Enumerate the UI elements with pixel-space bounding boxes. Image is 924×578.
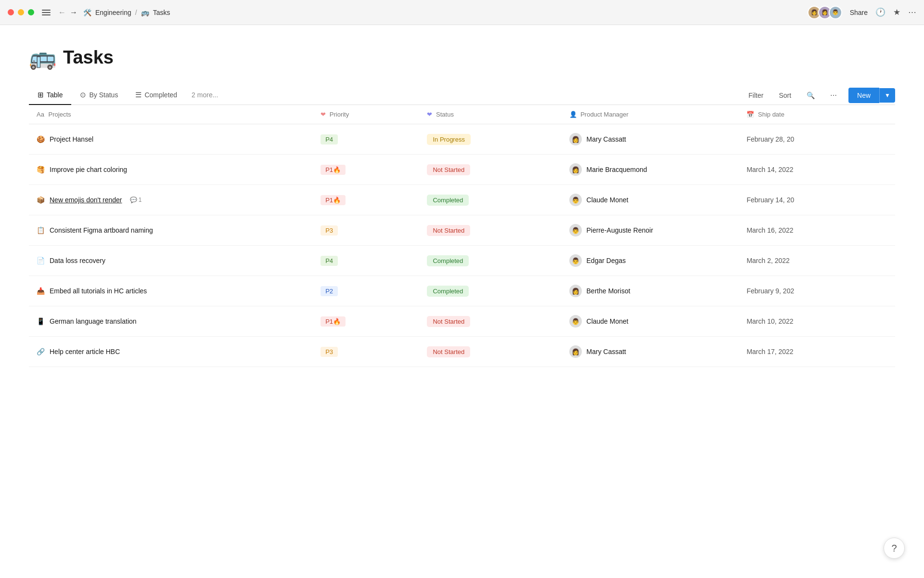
status-cell: Completed — [419, 276, 561, 306]
pm-name: Claude Monet — [587, 196, 629, 204]
project-icon: 📋 — [37, 226, 45, 234]
project-name[interactable]: Consistent Figma artboard naming — [50, 226, 153, 234]
status-badge[interactable]: Not Started — [427, 346, 470, 357]
priority-badge[interactable]: P1🔥 — [321, 165, 346, 175]
sort-button[interactable]: Sort — [775, 89, 795, 102]
toolbar: Filter Sort 🔍 ⋯ New ▼ — [744, 88, 895, 103]
pm-cell: 👩Mary Cassatt — [562, 337, 739, 367]
project-name[interactable]: Embed all tutorials in HC articles — [50, 287, 147, 295]
data-table: Aa Projects ❤ Priority ❤ Status 👤 Produc… — [29, 105, 895, 367]
priority-cell: P1🔥 — [313, 155, 419, 185]
breadcrumb-section-icon: 🛠️ — [83, 9, 91, 16]
minimize-button[interactable] — [18, 9, 24, 15]
table-row[interactable]: 📱 German language translationP1🔥Not Star… — [29, 306, 895, 337]
pm-col-icon: 👤 — [569, 111, 577, 118]
table-row[interactable]: 📦 New emojis don't render💬 1P1🔥Completed… — [29, 185, 895, 215]
project-name[interactable]: German language translation — [50, 317, 137, 325]
priority-badge[interactable]: P1🔥 — [321, 316, 346, 327]
forward-arrow[interactable]: → — [70, 8, 77, 17]
menu-icon[interactable] — [42, 8, 51, 17]
ship-date: February 14, 20 — [746, 196, 794, 204]
nav-arrows: ← → — [58, 8, 77, 17]
table-row[interactable]: 📄 Data loss recoveryP4Completed👨Edgar De… — [29, 246, 895, 276]
pm-avatar: 👩 — [569, 345, 582, 358]
status-col-icon: ❤ — [427, 111, 432, 118]
status-badge[interactable]: Completed — [427, 255, 469, 266]
ship-date: February 9, 202 — [746, 287, 794, 295]
tab-by-status[interactable]: ⊙ By Status — [71, 86, 127, 105]
tab-completed[interactable]: ☰ Completed — [127, 86, 186, 105]
search-icon[interactable]: 🔍 — [803, 89, 819, 102]
ship-date-cell: March 16, 2022 — [739, 215, 895, 246]
ship-date-cell: February 9, 202 — [739, 276, 895, 306]
project-name[interactable]: New emojis don't render — [50, 196, 122, 204]
priority-badge[interactable]: P4 — [321, 256, 338, 266]
history-icon[interactable]: 🕐 — [875, 7, 886, 17]
priority-badge[interactable]: P3 — [321, 347, 338, 357]
close-button[interactable] — [8, 9, 14, 15]
status-badge[interactable]: Not Started — [427, 316, 470, 327]
project-icon: 📱 — [37, 317, 45, 325]
priority-cell: P3 — [313, 215, 419, 246]
pm-cell: 👨Pierre-Auguste Renoir — [562, 215, 739, 246]
collaborator-avatars: 👩 👩 👨 — [808, 6, 842, 19]
page-icon: 🚌 — [29, 44, 56, 70]
project-name[interactable]: Project Hansel — [50, 135, 93, 143]
status-badge[interactable]: Completed — [427, 195, 469, 206]
pm-avatar: 👩 — [569, 133, 582, 145]
filter-button[interactable]: Filter — [744, 89, 767, 102]
more-options-icon[interactable]: ⋯ — [908, 7, 916, 17]
projects-col-icon: Aa — [37, 111, 44, 118]
by-status-tab-icon: ⊙ — [80, 91, 86, 99]
table-row[interactable]: 📥 Embed all tutorials in HC articlesP2Co… — [29, 276, 895, 306]
project-cell: 🥞 Improve pie chart coloring — [29, 155, 313, 185]
col-header-priority: ❤ Priority — [313, 105, 419, 124]
new-button[interactable]: New — [848, 88, 879, 103]
comment-badge[interactable]: 💬 1 — [130, 197, 142, 203]
priority-badge[interactable]: P3 — [321, 225, 338, 236]
breadcrumb-separator: / — [135, 9, 137, 16]
fullscreen-button[interactable] — [28, 9, 34, 15]
more-toolbar-icon[interactable]: ⋯ — [826, 89, 841, 102]
back-arrow[interactable]: ← — [58, 8, 66, 17]
project-cell: 📱 German language translation — [29, 306, 313, 337]
help-button[interactable]: ? — [884, 538, 905, 559]
status-badge[interactable]: Completed — [427, 286, 469, 297]
status-badge[interactable]: In Progress — [427, 134, 470, 145]
share-button[interactable]: Share — [850, 9, 868, 16]
tab-more[interactable]: 2 more... — [186, 86, 224, 105]
pm-avatar: 👨 — [569, 315, 582, 328]
completed-tab-label: Completed — [144, 91, 177, 99]
priority-badge[interactable]: P2 — [321, 286, 338, 296]
priority-badge[interactable]: P4 — [321, 134, 338, 144]
status-badge[interactable]: Not Started — [427, 225, 470, 236]
ship-date-cell: March 10, 2022 — [739, 306, 895, 337]
table-tab-label: Table — [47, 91, 63, 99]
table-row[interactable]: 🍪 Project HanselP4In Progress👩Mary Cassa… — [29, 124, 895, 155]
project-name[interactable]: Data loss recovery — [50, 257, 105, 264]
priority-cell: P2 — [313, 276, 419, 306]
pm-avatar: 👨 — [569, 224, 582, 236]
breadcrumb-section[interactable]: Engineering — [95, 9, 131, 16]
ship-date: March 17, 2022 — [746, 348, 793, 355]
tab-table[interactable]: ⊞ Table — [29, 86, 71, 105]
table-row[interactable]: 🔗 Help center article HBCP3Not Started👩M… — [29, 337, 895, 367]
star-icon[interactable]: ★ — [893, 7, 900, 17]
project-name[interactable]: Help center article HBC — [50, 348, 120, 355]
table-row[interactable]: 📋 Consistent Figma artboard namingP3Not … — [29, 215, 895, 246]
project-icon: 🍪 — [37, 135, 45, 143]
priority-badge[interactable]: P1🔥 — [321, 195, 346, 205]
col-header-projects: Aa Projects — [29, 105, 313, 124]
by-status-tab-label: By Status — [89, 91, 118, 99]
new-button-dropdown[interactable]: ▼ — [879, 88, 895, 103]
priority-cell: P4 — [313, 246, 419, 276]
breadcrumb-page[interactable]: Tasks — [153, 9, 170, 16]
status-badge[interactable]: Not Started — [427, 164, 470, 175]
ship-date-cell: February 28, 20 — [739, 124, 895, 155]
ship-date-cell: March 17, 2022 — [739, 337, 895, 367]
pm-name: Claude Monet — [587, 317, 629, 325]
pm-cell: 👨Claude Monet — [562, 306, 739, 337]
table-row[interactable]: 🥞 Improve pie chart coloringP1🔥Not Start… — [29, 155, 895, 185]
project-name[interactable]: Improve pie chart coloring — [50, 166, 127, 173]
titlebar: ← → 🛠️ Engineering / 🚌 Tasks 👩 👩 👨 Share… — [0, 0, 924, 25]
